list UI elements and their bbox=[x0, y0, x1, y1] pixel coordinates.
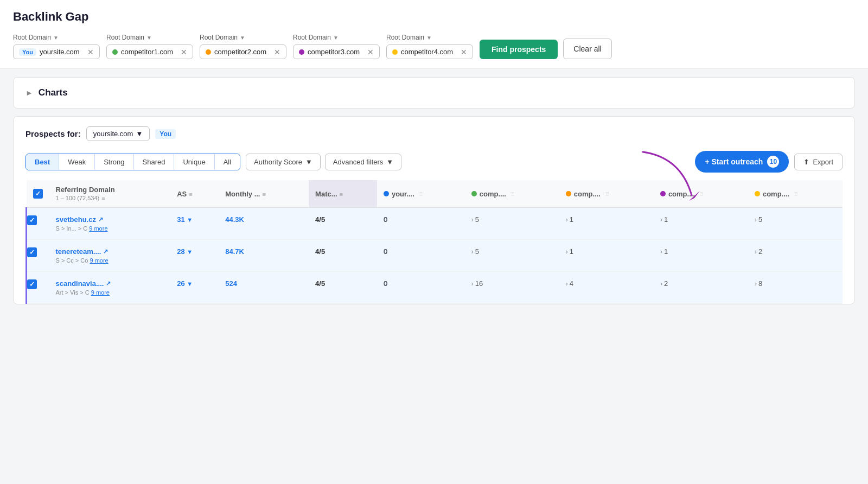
col-header-match[interactable]: Matc...≡ bbox=[309, 180, 377, 208]
arr-icon-1-2: › bbox=[566, 280, 568, 288]
table-row: scandinavia.... ↗ Art > Vis > C 9 more 2… bbox=[27, 272, 843, 304]
checkbox-1[interactable] bbox=[27, 247, 37, 257]
as-chevron-2: ▼ bbox=[187, 281, 193, 287]
row-as-1[interactable]: 28 ▼ bbox=[170, 240, 219, 272]
sort-icon-comp4: ≡ bbox=[794, 190, 797, 197]
row-monthly-2: 524 bbox=[219, 272, 309, 304]
domain-chevron-0: ▼ bbox=[53, 35, 59, 41]
col-header-monthly[interactable]: Monthly ...≡ bbox=[219, 180, 309, 208]
col-header-yoursite[interactable]: your....≡ bbox=[377, 180, 465, 208]
clear-all-button[interactable]: Clear all bbox=[563, 39, 611, 59]
row-checkbox-0[interactable] bbox=[27, 208, 49, 240]
tab-weak[interactable]: Weak bbox=[59, 154, 95, 170]
charts-title: Charts bbox=[39, 87, 68, 98]
domain-tag-1: competitor1.com✕ bbox=[106, 44, 193, 59]
yoursite-val-2: 0 bbox=[384, 279, 387, 288]
domain-tag-4: competitor4.com✕ bbox=[386, 44, 473, 59]
comp3-val-0: › 1 bbox=[660, 215, 742, 224]
domain-link-2[interactable]: scandinavia.... ↗ bbox=[56, 279, 164, 288]
find-prospects-button[interactable]: Find prospects bbox=[480, 40, 558, 59]
more-link-0[interactable]: 9 more bbox=[89, 225, 107, 232]
col-label-comp1: comp.... bbox=[480, 190, 506, 198]
domains-row: Root Domain▼Youyoursite.com✕Root Domain▼… bbox=[13, 34, 855, 68]
tab-strong[interactable]: Strong bbox=[95, 154, 133, 170]
col-header-as[interactable]: AS≡ bbox=[170, 180, 219, 208]
row-as-2[interactable]: 26 ▼ bbox=[170, 272, 219, 304]
authority-score-filter[interactable]: Authority Score ▼ bbox=[246, 154, 321, 170]
authority-score-label: Authority Score bbox=[254, 158, 302, 166]
domain-chevron-4: ▼ bbox=[426, 35, 432, 41]
domain-chevron-3: ▼ bbox=[333, 35, 339, 41]
comp4-val-0: › 5 bbox=[755, 215, 836, 224]
row-match-2: 4/5 bbox=[309, 272, 377, 304]
row-yoursite-0: 0 bbox=[377, 208, 465, 240]
tab-best[interactable]: Best bbox=[26, 154, 59, 170]
row-checkbox-2[interactable] bbox=[27, 272, 49, 304]
domain-link-1[interactable]: tenereteam.... ↗ bbox=[56, 247, 164, 256]
col-dot-5 bbox=[384, 191, 389, 196]
export-button[interactable]: ⬆ Export bbox=[794, 154, 843, 170]
prospects-site-select[interactable]: yoursite.com ▼ bbox=[86, 126, 150, 141]
domain-label-1[interactable]: Root Domain▼ bbox=[106, 34, 193, 41]
col-label-referring_domain: Referring Domain bbox=[56, 186, 115, 194]
col-header-referring_domain[interactable]: Referring Domain1 – 100 (72,534)≡ bbox=[49, 180, 171, 208]
prospects-for-row: Prospects for: yoursite.com ▼ You bbox=[25, 126, 843, 141]
domain-close-0[interactable]: ✕ bbox=[84, 48, 94, 56]
domain-close-4[interactable]: ✕ bbox=[457, 48, 467, 56]
domain-tag-value-3: competitor3.com bbox=[308, 48, 360, 56]
row-as-0[interactable]: 31 ▼ bbox=[170, 208, 219, 240]
comp2-val-2: › 4 bbox=[566, 279, 647, 288]
row-comp1-1: › 5 bbox=[465, 240, 559, 272]
col-dot-8 bbox=[660, 191, 666, 196]
domain-close-1[interactable]: ✕ bbox=[177, 48, 187, 56]
domain-group-0: Root Domain▼Youyoursite.com✕ bbox=[13, 34, 100, 59]
prospects-card: Prospects for: yoursite.com ▼ You BestWe… bbox=[13, 116, 855, 304]
col-header-checkbox bbox=[27, 180, 49, 208]
row-domain-0: svetbehu.cz ↗ S > In... > C 9 more bbox=[49, 208, 171, 240]
yoursite-val-1: 0 bbox=[384, 247, 387, 256]
domain-label-text-4: Root Domain bbox=[386, 34, 424, 41]
col-header-comp1[interactable]: comp....≡ bbox=[465, 180, 559, 208]
table-row: tenereteam.... ↗ S > Cc > Co 9 more 28 ▼… bbox=[27, 240, 843, 272]
comp1-val-2: › 16 bbox=[471, 279, 553, 288]
row-checkbox-1[interactable] bbox=[27, 240, 49, 272]
col-label-comp3: comp.... bbox=[668, 190, 695, 198]
row-monthly-1: 84.7K bbox=[219, 240, 309, 272]
checkbox-2[interactable] bbox=[27, 279, 37, 289]
arr-icon-3-2: › bbox=[755, 280, 757, 288]
prospects-you-badge: You bbox=[155, 129, 176, 139]
page-wrapper: Backlink Gap Root Domain▼Youyoursite.com… bbox=[0, 0, 868, 484]
domain-label-2[interactable]: Root Domain▼ bbox=[200, 34, 286, 41]
col-header-comp3[interactable]: comp....≡ bbox=[654, 180, 748, 208]
domain-close-2[interactable]: ✕ bbox=[271, 48, 280, 56]
domain-tag-value-1: competitor1.com bbox=[121, 48, 173, 56]
col-header-comp2[interactable]: comp....≡ bbox=[559, 180, 654, 208]
row-yoursite-2: 0 bbox=[377, 272, 465, 304]
col-header-comp4[interactable]: comp....≡ bbox=[748, 180, 843, 208]
advanced-filters-btn[interactable]: Advanced filters ▼ bbox=[325, 154, 401, 170]
as-chevron-0: ▼ bbox=[187, 216, 193, 223]
domain-label-4[interactable]: Root Domain▼ bbox=[386, 34, 473, 41]
domain-label-3[interactable]: Root Domain▼ bbox=[293, 34, 380, 41]
prospects-table: Referring Domain1 – 100 (72,534)≡AS≡Mont… bbox=[25, 180, 843, 304]
domain-link-0[interactable]: svetbehu.cz ↗ bbox=[56, 215, 164, 224]
more-link-1[interactable]: 9 more bbox=[90, 257, 108, 264]
outreach-count-badge: 10 bbox=[767, 156, 779, 168]
domain-label-0[interactable]: Root Domain▼ bbox=[13, 34, 100, 41]
tab-all[interactable]: All bbox=[215, 154, 240, 170]
ext-link-icon-0: ↗ bbox=[98, 216, 103, 223]
arr-icon-0-0: › bbox=[471, 216, 474, 224]
checkbox-0[interactable] bbox=[27, 215, 37, 225]
charts-card[interactable]: ► Charts bbox=[13, 77, 855, 109]
tab-shared[interactable]: Shared bbox=[134, 154, 175, 170]
export-label: Export bbox=[813, 158, 833, 166]
dot-1 bbox=[112, 49, 118, 55]
row-comp3-2: › 2 bbox=[654, 272, 748, 304]
export-icon: ⬆ bbox=[803, 158, 809, 166]
tab-unique[interactable]: Unique bbox=[174, 154, 214, 170]
domain-close-3[interactable]: ✕ bbox=[364, 48, 374, 56]
more-link-2[interactable]: 9 more bbox=[91, 289, 110, 296]
start-outreach-button[interactable]: + Start outreach 10 bbox=[695, 151, 789, 173]
select-all-checkbox[interactable] bbox=[33, 189, 43, 199]
row-match-0: 4/5 bbox=[309, 208, 377, 240]
